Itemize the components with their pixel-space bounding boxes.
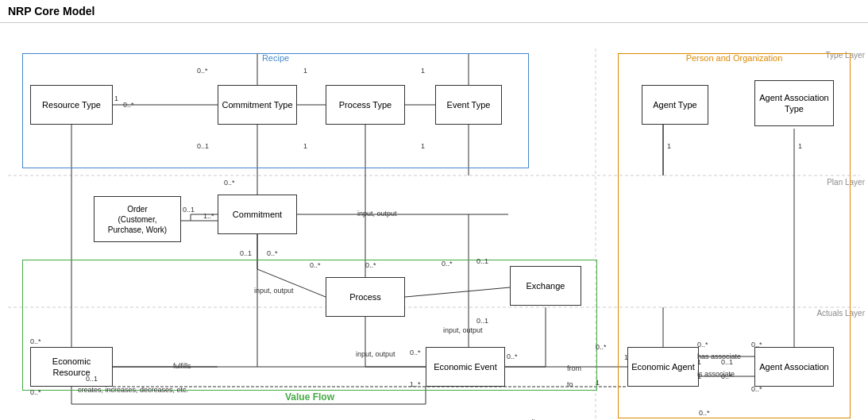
commitment-box: Commitment xyxy=(218,195,297,234)
ann-3: 0..1 xyxy=(197,142,209,150)
ann-17: 0..* xyxy=(310,261,321,269)
ann-16: input, output xyxy=(254,287,294,295)
ann-47: 0..* xyxy=(721,372,732,380)
ann-40: 1 xyxy=(697,358,701,366)
ann-37: has associate xyxy=(697,353,741,360)
ann-7: 1 xyxy=(421,142,425,150)
ann-35: 0..* xyxy=(410,349,421,356)
ann-23: 0..* xyxy=(507,353,518,360)
ann-31: 0..1 xyxy=(86,375,98,383)
ann-21: input, output xyxy=(443,326,483,334)
ann-27: from xyxy=(567,364,581,372)
ann-12: 1..* xyxy=(203,212,214,220)
ann-11: 0..1 xyxy=(183,206,195,214)
ann-20: 0..1 xyxy=(476,317,488,325)
ann-15: input, output xyxy=(357,210,397,218)
ann-4: 1 xyxy=(303,67,307,75)
ann-19: 0..1 xyxy=(476,257,488,265)
process-type-box: Process Type xyxy=(326,85,405,125)
ann-28: to xyxy=(567,380,573,388)
ann-46: 0..1 xyxy=(721,358,733,366)
exchange-box: Exchange xyxy=(510,266,581,306)
economic-resource-box: Economic Resource xyxy=(30,347,113,387)
title-bar: NRP Core Model xyxy=(0,0,868,23)
ann-41: 0..* xyxy=(751,341,762,349)
person-org-label: Person and Organization xyxy=(686,53,783,63)
ann-24: 0..* xyxy=(596,343,607,351)
ann-44: 0..* xyxy=(699,409,710,417)
ann-29: fulfills xyxy=(173,362,191,370)
resource-type-box: Resource Type xyxy=(30,85,113,125)
economic-event-box: Economic Event xyxy=(426,347,505,387)
ann-5: 1 xyxy=(303,142,307,150)
ann-32: 0..* xyxy=(30,337,41,345)
order-box: Order(Customer,Purchase, Work) xyxy=(94,196,181,242)
ann-14: 0..* xyxy=(267,249,278,257)
ann-13: 0..1 xyxy=(240,249,252,257)
ann-8: 1 xyxy=(667,142,671,150)
ann-34: input, output xyxy=(356,350,395,358)
page-title: NRP Core Model xyxy=(0,0,868,23)
event-type-box: Event Type xyxy=(435,85,502,125)
value-flow-label: Value Flow xyxy=(285,391,334,403)
economic-agent-box: Economic Agent xyxy=(627,347,699,387)
ann-2: 0..* xyxy=(197,67,208,75)
ann-43: 1 xyxy=(697,372,701,380)
ann-10: 0..* xyxy=(224,179,235,187)
ann-22: 0..* xyxy=(442,260,453,268)
agent-association-box: Agent Association xyxy=(754,347,834,387)
ann-33: 0..* xyxy=(30,388,41,396)
ann-1: 0..* xyxy=(123,101,134,109)
agent-assoc-type-box: Agent Association Type xyxy=(754,80,834,126)
ann-26: 1 xyxy=(624,353,628,361)
process-box: Process xyxy=(326,277,405,317)
ann-42: 0..* xyxy=(751,385,762,393)
ann-0: 1 xyxy=(114,94,118,102)
commitment-type-box: Commitment Type xyxy=(218,85,297,125)
agent-type-box: Agent Type xyxy=(642,85,708,125)
ann-25: 1 xyxy=(596,379,600,387)
ann-9: 1 xyxy=(798,142,802,150)
ann-30: creates, increases, decreases, etc. xyxy=(78,386,188,394)
ann-18: 0..* xyxy=(365,261,376,269)
ann-6: 1 xyxy=(421,67,425,75)
ann-36: 1..* xyxy=(410,380,421,388)
diagram-area: Type Layer Plan Layer Actuals Layer Reci… xyxy=(0,23,868,420)
ann-39: 0..* xyxy=(697,341,708,349)
recipe-label: Recipe xyxy=(262,53,289,63)
